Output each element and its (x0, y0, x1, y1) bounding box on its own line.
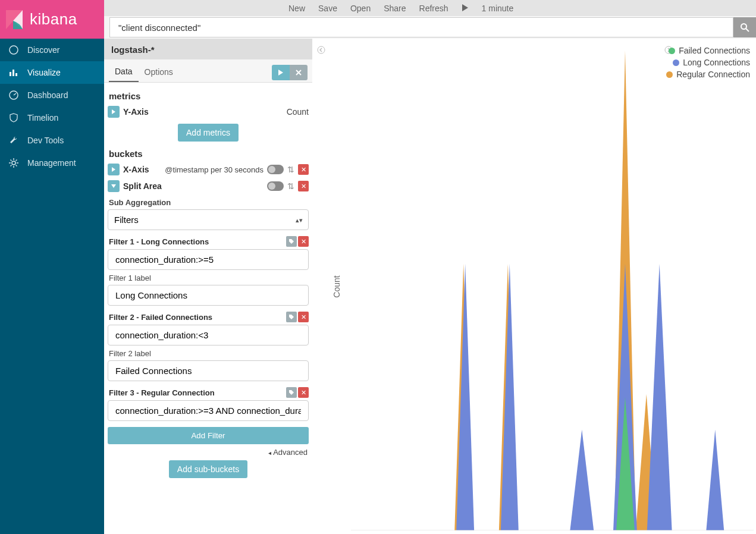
nav-devtools[interactable]: Dev Tools (0, 129, 104, 152)
xaxis-row: X-Axis @timestamp per 30 seconds ⇅ ✕ (108, 161, 309, 178)
svg-rect-8 (12, 70, 14, 76)
nav-dashboard-label: Dashboard (27, 90, 68, 100)
filter-1-query-input[interactable] (108, 249, 309, 270)
svg-line-20 (11, 165, 12, 167)
add-sub-buckets-button[interactable]: Add sub-buckets (169, 460, 247, 478)
svg-marker-24 (112, 109, 115, 114)
add-metrics-button[interactable]: Add metrics (178, 124, 239, 142)
filter-2-label-caption: Filter 2 label (108, 345, 309, 360)
tag-icon (288, 314, 294, 320)
nav-dashboard[interactable]: Dashboard (0, 84, 104, 106)
open-link[interactable]: Open (350, 4, 371, 13)
kibana-logo[interactable]: kibana (0, 0, 104, 39)
chevron-left-circle-icon (317, 46, 325, 54)
xaxis-priority-handle[interactable]: ⇅ (287, 165, 294, 174)
autorefresh-play-icon[interactable] (462, 4, 469, 13)
visualization-canvas: Failed Connections Long Connections Regu… (312, 39, 756, 534)
xaxis-remove-button[interactable]: ✕ (298, 164, 309, 175)
filter-2-heading: Filter 2 - Failed Connections (109, 313, 212, 322)
new-link[interactable]: New (288, 4, 305, 13)
chart-ylabel: Count (332, 275, 341, 297)
xaxis-toggle[interactable] (108, 164, 120, 175)
split-area-label: Split Area (123, 181, 162, 191)
split-area-enable-toggle[interactable] (267, 181, 284, 191)
kibana-logo-icon (5, 9, 26, 30)
filter-3-query-input[interactable] (108, 400, 309, 421)
filter-2-remove-button[interactable]: ✕ (298, 312, 309, 322)
yaxis-row: Y-Axis Count (108, 103, 309, 120)
svg-marker-25 (112, 167, 115, 172)
yaxis-toggle[interactable] (108, 106, 120, 118)
refresh-link[interactable]: Refresh (419, 4, 448, 13)
nav-timelion-label: Timelion (27, 113, 58, 122)
filter-2-label-input[interactable] (108, 360, 309, 381)
filter-1-label-input[interactable] (108, 285, 309, 306)
play-icon (278, 70, 284, 76)
kibana-logo-text: kibana (30, 10, 77, 29)
filter-3-remove-button[interactable]: ✕ (298, 387, 309, 398)
buckets-heading: buckets (108, 145, 309, 161)
nav-management[interactable]: Management (0, 152, 104, 174)
tab-options[interactable]: Options (139, 64, 179, 81)
compass-icon (8, 45, 19, 55)
sub-aggregation-label: Sub Aggregation (108, 194, 309, 209)
svg-marker-37 (647, 264, 672, 530)
advanced-toggle[interactable]: Advanced (108, 444, 309, 457)
apply-changes-button[interactable] (272, 65, 290, 80)
search-icon (740, 23, 749, 32)
svg-point-3 (741, 24, 746, 29)
discard-changes-button[interactable] (290, 65, 308, 80)
yaxis-label: Y-Axis (123, 107, 149, 117)
svg-point-12 (12, 161, 15, 165)
filter-3-label-toggle[interactable] (286, 387, 297, 398)
split-area-remove-button[interactable]: ✕ (298, 181, 309, 191)
split-area-priority-handle[interactable]: ⇅ (287, 181, 294, 191)
filter-1-heading: Filter 1 - Long Connections (109, 237, 209, 246)
chart-plot[interactable] (351, 45, 754, 530)
svg-marker-2 (462, 4, 468, 11)
nav-visualize[interactable]: Visualize (0, 61, 104, 84)
tag-icon (288, 389, 294, 395)
svg-line-17 (11, 160, 12, 161)
tag-icon (288, 238, 294, 244)
filter-1-label-toggle[interactable] (286, 236, 297, 247)
share-link[interactable]: Share (384, 4, 406, 13)
visualize-config-panel: logstash-* Data Options metrics Y-Axis C… (104, 39, 312, 534)
svg-line-11 (14, 93, 16, 95)
filter-2-label-toggle[interactable] (286, 312, 297, 322)
nav-discover[interactable]: Discover (0, 39, 104, 61)
xaxis-label: X-Axis (123, 165, 149, 174)
nav-timelion[interactable]: Timelion (0, 106, 104, 129)
search-button[interactable] (733, 17, 756, 37)
xaxis-enable-toggle[interactable] (267, 165, 284, 174)
yaxis-agg-value: Count (287, 107, 309, 117)
side-nav: Discover Visualize Dashboard Timelion De… (0, 39, 104, 534)
gauge-icon (8, 90, 19, 100)
svg-rect-7 (10, 72, 11, 76)
nav-discover-label: Discover (27, 45, 59, 55)
split-area-row: Split Area ⇅ ✕ (108, 178, 309, 194)
bar-chart-icon (8, 67, 19, 78)
split-area-toggle[interactable] (108, 180, 120, 192)
save-link[interactable]: Save (318, 4, 337, 13)
wrench-icon (8, 135, 19, 146)
shield-icon (8, 112, 19, 123)
gear-icon (8, 158, 19, 168)
svg-marker-38 (706, 430, 724, 530)
search-input[interactable] (109, 17, 733, 37)
add-filter-button[interactable]: Add Filter (108, 427, 309, 444)
tab-data[interactable]: Data (109, 63, 139, 82)
filter-2-query-input[interactable] (108, 325, 309, 345)
sub-aggregation-select[interactable]: Filters (108, 209, 309, 230)
refresh-interval[interactable]: 1 minute (482, 4, 514, 13)
svg-marker-35 (570, 430, 594, 530)
svg-marker-26 (111, 184, 116, 188)
svg-marker-34 (501, 264, 519, 530)
collapse-editor-button[interactable] (317, 46, 325, 56)
index-pattern-title[interactable]: logstash-* (104, 39, 312, 59)
caret-right-icon (111, 167, 116, 172)
nav-devtools-label: Dev Tools (27, 136, 64, 145)
svg-marker-21 (278, 70, 283, 76)
svg-line-4 (746, 29, 749, 32)
filter-1-remove-button[interactable]: ✕ (298, 236, 309, 247)
